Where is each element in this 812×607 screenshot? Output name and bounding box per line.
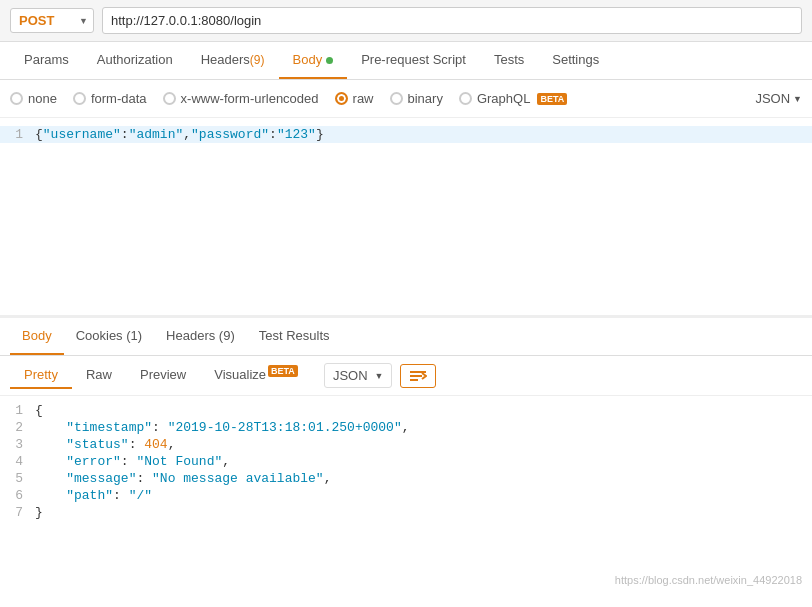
format-tab-pretty[interactable]: Pretty bbox=[10, 362, 72, 389]
tab-settings[interactable]: Settings bbox=[538, 42, 613, 79]
tab-tests[interactable]: Tests bbox=[480, 42, 538, 79]
radio-none bbox=[10, 92, 23, 105]
response-line-7: 7 } bbox=[0, 504, 812, 521]
response-tab-headers[interactable]: Headers (9) bbox=[154, 318, 247, 355]
radio-form-data bbox=[73, 92, 86, 105]
radio-urlencoded bbox=[163, 92, 176, 105]
tab-authorization[interactable]: Authorization bbox=[83, 42, 187, 79]
option-raw-label: raw bbox=[353, 91, 374, 106]
wrap-button[interactable] bbox=[400, 364, 436, 388]
graphql-beta-badge: BETA bbox=[537, 93, 567, 105]
wrap-icon bbox=[409, 369, 427, 383]
request-code-area[interactable]: 1 {"username":"admin","password":"123"} bbox=[0, 118, 812, 318]
option-form-data-label: form-data bbox=[91, 91, 147, 106]
option-raw[interactable]: raw bbox=[335, 91, 374, 106]
response-line-2: 2 "timestamp": "2019-10-28T13:18:01.250+… bbox=[0, 419, 812, 436]
url-bar: POST GET PUT DELETE bbox=[0, 0, 812, 42]
option-graphql[interactable]: GraphQL BETA bbox=[459, 91, 567, 106]
request-code-line-1: 1 {"username":"admin","password":"123"} bbox=[0, 126, 812, 143]
response-tabs-row: Body Cookies (1) Headers (9) Test Result… bbox=[0, 318, 812, 356]
body-dot bbox=[326, 57, 333, 64]
request-code-content-1: {"username":"admin","password":"123"} bbox=[35, 127, 812, 142]
response-format-row: Pretty Raw Preview VisualizeBETA JSON bbox=[0, 356, 812, 396]
response-line-5: 5 "message": "No message available", bbox=[0, 470, 812, 487]
method-wrapper[interactable]: POST GET PUT DELETE bbox=[10, 8, 94, 33]
body-options-row: none form-data x-www-form-urlencoded raw… bbox=[0, 80, 812, 118]
response-code-area[interactable]: 1 { 2 "timestamp": "2019-10-28T13:18:01.… bbox=[0, 396, 812, 596]
tab-body[interactable]: Body bbox=[279, 42, 348, 79]
response-format-dropdown[interactable]: JSON bbox=[324, 363, 393, 388]
option-binary-label: binary bbox=[408, 91, 443, 106]
tab-headers[interactable]: Headers(9) bbox=[187, 42, 279, 79]
option-none-label: none bbox=[28, 91, 57, 106]
response-tab-cookies[interactable]: Cookies (1) bbox=[64, 318, 154, 355]
method-select[interactable]: POST GET PUT DELETE bbox=[10, 8, 94, 33]
response-line-1: 1 { bbox=[0, 402, 812, 419]
line-num-1: 1 bbox=[0, 127, 35, 142]
response-line-4: 4 "error": "Not Found", bbox=[0, 453, 812, 470]
radio-graphql bbox=[459, 92, 472, 105]
tab-params[interactable]: Params bbox=[10, 42, 83, 79]
option-binary[interactable]: binary bbox=[390, 91, 443, 106]
option-none[interactable]: none bbox=[10, 91, 57, 106]
option-graphql-label: GraphQL bbox=[477, 91, 530, 106]
radio-raw bbox=[335, 92, 348, 105]
tab-pre-request-script[interactable]: Pre-request Script bbox=[347, 42, 480, 79]
radio-binary bbox=[390, 92, 403, 105]
format-dropdown[interactable]: JSON bbox=[755, 91, 802, 106]
format-tab-raw[interactable]: Raw bbox=[72, 362, 126, 389]
request-tabs-row: Params Authorization Headers(9) Body Pre… bbox=[0, 42, 812, 80]
response-tab-test-results[interactable]: Test Results bbox=[247, 318, 342, 355]
watermark: https://blog.csdn.net/weixin_44922018 bbox=[615, 574, 802, 586]
option-urlencoded[interactable]: x-www-form-urlencoded bbox=[163, 91, 319, 106]
response-line-6: 6 "path": "/" bbox=[0, 487, 812, 504]
format-tab-preview[interactable]: Preview bbox=[126, 362, 200, 389]
option-urlencoded-label: x-www-form-urlencoded bbox=[181, 91, 319, 106]
option-form-data[interactable]: form-data bbox=[73, 91, 147, 106]
url-input[interactable] bbox=[102, 7, 802, 34]
format-tab-visualize[interactable]: VisualizeBETA bbox=[200, 361, 312, 389]
response-line-3: 3 "status": 404, bbox=[0, 436, 812, 453]
visualize-beta-badge: BETA bbox=[268, 365, 298, 377]
response-tab-body[interactable]: Body bbox=[10, 318, 64, 355]
